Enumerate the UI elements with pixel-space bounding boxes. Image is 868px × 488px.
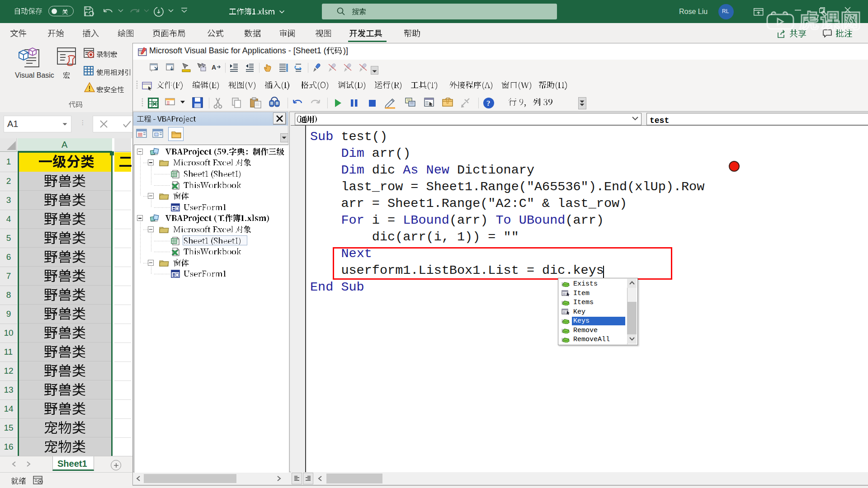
svg-text:?: ? [486,99,491,108]
svg-text:A: A [212,64,216,71]
